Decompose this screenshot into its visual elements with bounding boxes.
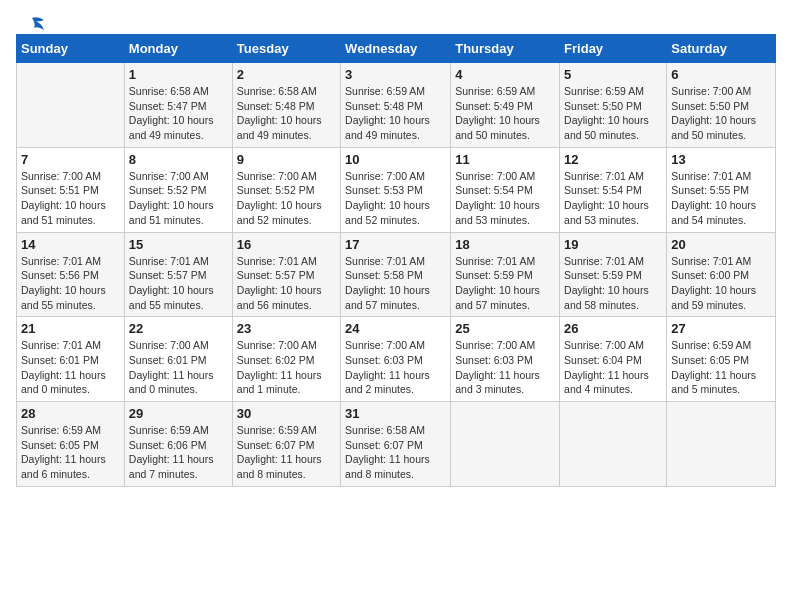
calendar-cell: 13Sunrise: 7:01 AM Sunset: 5:55 PM Dayli… (667, 147, 776, 232)
calendar-cell: 19Sunrise: 7:01 AM Sunset: 5:59 PM Dayli… (560, 232, 667, 317)
calendar-cell: 1Sunrise: 6:58 AM Sunset: 5:47 PM Daylig… (124, 63, 232, 148)
calendar-cell: 14Sunrise: 7:01 AM Sunset: 5:56 PM Dayli… (17, 232, 125, 317)
day-number: 31 (345, 406, 446, 421)
calendar-cell: 6Sunrise: 7:00 AM Sunset: 5:50 PM Daylig… (667, 63, 776, 148)
day-info: Sunrise: 7:00 AM Sunset: 6:01 PM Dayligh… (129, 338, 228, 397)
day-info: Sunrise: 7:00 AM Sunset: 6:03 PM Dayligh… (345, 338, 446, 397)
day-number: 27 (671, 321, 771, 336)
day-info: Sunrise: 7:00 AM Sunset: 5:51 PM Dayligh… (21, 169, 120, 228)
calendar-cell: 30Sunrise: 6:59 AM Sunset: 6:07 PM Dayli… (232, 402, 340, 487)
calendar-week-row: 1Sunrise: 6:58 AM Sunset: 5:47 PM Daylig… (17, 63, 776, 148)
calendar-cell: 12Sunrise: 7:01 AM Sunset: 5:54 PM Dayli… (560, 147, 667, 232)
day-number: 9 (237, 152, 336, 167)
weekday-header-friday: Friday (560, 35, 667, 63)
day-number: 23 (237, 321, 336, 336)
calendar-cell: 20Sunrise: 7:01 AM Sunset: 6:00 PM Dayli… (667, 232, 776, 317)
calendar-cell: 23Sunrise: 7:00 AM Sunset: 6:02 PM Dayli… (232, 317, 340, 402)
day-info: Sunrise: 7:01 AM Sunset: 5:59 PM Dayligh… (564, 254, 662, 313)
day-info: Sunrise: 6:59 AM Sunset: 6:07 PM Dayligh… (237, 423, 336, 482)
day-info: Sunrise: 7:01 AM Sunset: 5:56 PM Dayligh… (21, 254, 120, 313)
day-number: 6 (671, 67, 771, 82)
day-number: 15 (129, 237, 228, 252)
day-number: 20 (671, 237, 771, 252)
logo (16, 16, 46, 28)
calendar-cell (451, 402, 560, 487)
day-number: 18 (455, 237, 555, 252)
calendar-cell: 28Sunrise: 6:59 AM Sunset: 6:05 PM Dayli… (17, 402, 125, 487)
day-number: 4 (455, 67, 555, 82)
day-number: 13 (671, 152, 771, 167)
calendar-cell: 26Sunrise: 7:00 AM Sunset: 6:04 PM Dayli… (560, 317, 667, 402)
day-number: 10 (345, 152, 446, 167)
day-info: Sunrise: 7:00 AM Sunset: 5:52 PM Dayligh… (129, 169, 228, 228)
weekday-header-saturday: Saturday (667, 35, 776, 63)
day-info: Sunrise: 7:01 AM Sunset: 6:00 PM Dayligh… (671, 254, 771, 313)
day-number: 28 (21, 406, 120, 421)
calendar-cell: 7Sunrise: 7:00 AM Sunset: 5:51 PM Daylig… (17, 147, 125, 232)
day-number: 21 (21, 321, 120, 336)
calendar-cell: 21Sunrise: 7:01 AM Sunset: 6:01 PM Dayli… (17, 317, 125, 402)
calendar-cell (560, 402, 667, 487)
day-number: 12 (564, 152, 662, 167)
logo-bird-icon (18, 16, 46, 34)
day-info: Sunrise: 6:59 AM Sunset: 5:49 PM Dayligh… (455, 84, 555, 143)
day-number: 14 (21, 237, 120, 252)
calendar-cell: 31Sunrise: 6:58 AM Sunset: 6:07 PM Dayli… (341, 402, 451, 487)
day-number: 25 (455, 321, 555, 336)
calendar-cell: 11Sunrise: 7:00 AM Sunset: 5:54 PM Dayli… (451, 147, 560, 232)
day-number: 1 (129, 67, 228, 82)
calendar-cell: 4Sunrise: 6:59 AM Sunset: 5:49 PM Daylig… (451, 63, 560, 148)
day-number: 29 (129, 406, 228, 421)
day-info: Sunrise: 6:58 AM Sunset: 5:48 PM Dayligh… (237, 84, 336, 143)
day-number: 2 (237, 67, 336, 82)
calendar-cell: 10Sunrise: 7:00 AM Sunset: 5:53 PM Dayli… (341, 147, 451, 232)
day-info: Sunrise: 7:00 AM Sunset: 5:52 PM Dayligh… (237, 169, 336, 228)
day-info: Sunrise: 7:01 AM Sunset: 5:58 PM Dayligh… (345, 254, 446, 313)
calendar-week-row: 7Sunrise: 7:00 AM Sunset: 5:51 PM Daylig… (17, 147, 776, 232)
day-number: 22 (129, 321, 228, 336)
day-info: Sunrise: 7:01 AM Sunset: 5:57 PM Dayligh… (129, 254, 228, 313)
day-number: 17 (345, 237, 446, 252)
day-number: 11 (455, 152, 555, 167)
day-info: Sunrise: 7:01 AM Sunset: 6:01 PM Dayligh… (21, 338, 120, 397)
weekday-header-monday: Monday (124, 35, 232, 63)
day-info: Sunrise: 7:00 AM Sunset: 6:03 PM Dayligh… (455, 338, 555, 397)
day-info: Sunrise: 6:59 AM Sunset: 6:06 PM Dayligh… (129, 423, 228, 482)
calendar-week-row: 14Sunrise: 7:01 AM Sunset: 5:56 PM Dayli… (17, 232, 776, 317)
weekday-header-thursday: Thursday (451, 35, 560, 63)
calendar-cell: 15Sunrise: 7:01 AM Sunset: 5:57 PM Dayli… (124, 232, 232, 317)
calendar-cell: 22Sunrise: 7:00 AM Sunset: 6:01 PM Dayli… (124, 317, 232, 402)
calendar-cell: 16Sunrise: 7:01 AM Sunset: 5:57 PM Dayli… (232, 232, 340, 317)
calendar-table: SundayMondayTuesdayWednesdayThursdayFrid… (16, 34, 776, 487)
calendar-week-row: 28Sunrise: 6:59 AM Sunset: 6:05 PM Dayli… (17, 402, 776, 487)
day-info: Sunrise: 7:01 AM Sunset: 5:57 PM Dayligh… (237, 254, 336, 313)
calendar-cell: 2Sunrise: 6:58 AM Sunset: 5:48 PM Daylig… (232, 63, 340, 148)
weekday-header-tuesday: Tuesday (232, 35, 340, 63)
day-number: 8 (129, 152, 228, 167)
day-info: Sunrise: 6:59 AM Sunset: 6:05 PM Dayligh… (21, 423, 120, 482)
calendar-cell: 3Sunrise: 6:59 AM Sunset: 5:48 PM Daylig… (341, 63, 451, 148)
day-number: 5 (564, 67, 662, 82)
day-info: Sunrise: 7:00 AM Sunset: 5:53 PM Dayligh… (345, 169, 446, 228)
day-info: Sunrise: 6:59 AM Sunset: 5:48 PM Dayligh… (345, 84, 446, 143)
calendar-cell: 24Sunrise: 7:00 AM Sunset: 6:03 PM Dayli… (341, 317, 451, 402)
day-number: 24 (345, 321, 446, 336)
day-info: Sunrise: 6:59 AM Sunset: 6:05 PM Dayligh… (671, 338, 771, 397)
day-info: Sunrise: 7:00 AM Sunset: 5:54 PM Dayligh… (455, 169, 555, 228)
day-info: Sunrise: 7:01 AM Sunset: 5:54 PM Dayligh… (564, 169, 662, 228)
weekday-header-wednesday: Wednesday (341, 35, 451, 63)
day-info: Sunrise: 6:58 AM Sunset: 6:07 PM Dayligh… (345, 423, 446, 482)
day-number: 3 (345, 67, 446, 82)
calendar-cell: 18Sunrise: 7:01 AM Sunset: 5:59 PM Dayli… (451, 232, 560, 317)
page-header (16, 16, 776, 28)
calendar-cell: 17Sunrise: 7:01 AM Sunset: 5:58 PM Dayli… (341, 232, 451, 317)
day-info: Sunrise: 7:00 AM Sunset: 6:04 PM Dayligh… (564, 338, 662, 397)
day-info: Sunrise: 7:00 AM Sunset: 5:50 PM Dayligh… (671, 84, 771, 143)
calendar-cell (667, 402, 776, 487)
day-info: Sunrise: 7:01 AM Sunset: 5:59 PM Dayligh… (455, 254, 555, 313)
calendar-cell: 25Sunrise: 7:00 AM Sunset: 6:03 PM Dayli… (451, 317, 560, 402)
weekday-header-sunday: Sunday (17, 35, 125, 63)
day-number: 16 (237, 237, 336, 252)
calendar-cell (17, 63, 125, 148)
calendar-cell: 9Sunrise: 7:00 AM Sunset: 5:52 PM Daylig… (232, 147, 340, 232)
